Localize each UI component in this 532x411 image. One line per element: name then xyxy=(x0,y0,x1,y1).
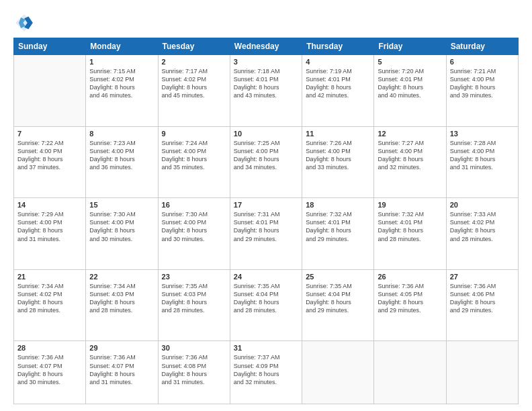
day-number: 5 xyxy=(378,58,442,66)
calendar-cell: 2Sunrise: 7:17 AM Sunset: 4:02 PM Daylig… xyxy=(158,55,230,127)
weekday-header-sunday: Sunday xyxy=(14,38,86,55)
week-row-3: 14Sunrise: 7:29 AM Sunset: 4:00 PM Dayli… xyxy=(14,198,519,270)
day-info: Sunrise: 7:17 AM Sunset: 4:02 PM Dayligh… xyxy=(162,67,226,100)
weekday-header-thursday: Thursday xyxy=(302,38,374,55)
calendar-cell: 24Sunrise: 7:35 AM Sunset: 4:04 PM Dayli… xyxy=(230,269,302,341)
calendar-cell: 20Sunrise: 7:33 AM Sunset: 4:02 PM Dayli… xyxy=(446,198,518,270)
day-info: Sunrise: 7:36 AM Sunset: 4:08 PM Dayligh… xyxy=(162,353,226,386)
day-info: Sunrise: 7:35 AM Sunset: 4:04 PM Dayligh… xyxy=(234,282,298,315)
day-number: 1 xyxy=(89,58,154,66)
day-number: 28 xyxy=(17,344,82,352)
calendar-cell: 17Sunrise: 7:31 AM Sunset: 4:01 PM Dayli… xyxy=(230,198,302,270)
day-number: 13 xyxy=(450,130,515,138)
day-info: Sunrise: 7:37 AM Sunset: 4:09 PM Dayligh… xyxy=(234,353,298,386)
day-number: 14 xyxy=(17,201,82,209)
calendar-cell xyxy=(14,55,86,127)
day-info: Sunrise: 7:15 AM Sunset: 4:02 PM Dayligh… xyxy=(89,67,154,100)
calendar-cell: 13Sunrise: 7:28 AM Sunset: 4:00 PM Dayli… xyxy=(446,126,518,198)
day-number: 22 xyxy=(89,273,154,281)
day-info: Sunrise: 7:35 AM Sunset: 4:04 PM Dayligh… xyxy=(306,282,370,315)
day-info: Sunrise: 7:27 AM Sunset: 4:00 PM Dayligh… xyxy=(378,139,442,172)
day-number: 12 xyxy=(378,130,442,138)
day-number: 23 xyxy=(162,273,226,281)
day-number: 10 xyxy=(234,130,298,138)
day-info: Sunrise: 7:20 AM Sunset: 4:01 PM Dayligh… xyxy=(378,67,442,100)
calendar-cell: 5Sunrise: 7:20 AM Sunset: 4:01 PM Daylig… xyxy=(374,55,446,127)
calendar-cell: 30Sunrise: 7:36 AM Sunset: 4:08 PM Dayli… xyxy=(158,341,230,404)
calendar-cell: 18Sunrise: 7:32 AM Sunset: 4:01 PM Dayli… xyxy=(302,198,374,270)
logo-icon xyxy=(13,12,35,34)
calendar-cell: 26Sunrise: 7:36 AM Sunset: 4:05 PM Dayli… xyxy=(374,269,446,341)
weekday-header-monday: Monday xyxy=(86,38,158,55)
day-number: 31 xyxy=(234,344,298,352)
day-info: Sunrise: 7:36 AM Sunset: 4:07 PM Dayligh… xyxy=(89,353,154,386)
day-info: Sunrise: 7:28 AM Sunset: 4:00 PM Dayligh… xyxy=(450,139,515,172)
day-info: Sunrise: 7:19 AM Sunset: 4:01 PM Dayligh… xyxy=(306,67,370,100)
day-number: 27 xyxy=(450,273,515,281)
day-number: 11 xyxy=(306,130,370,138)
calendar-cell xyxy=(446,341,518,404)
day-info: Sunrise: 7:30 AM Sunset: 4:00 PM Dayligh… xyxy=(162,210,226,243)
day-number: 30 xyxy=(162,344,226,352)
day-number: 25 xyxy=(306,273,370,281)
logo xyxy=(13,12,38,34)
calendar-cell: 16Sunrise: 7:30 AM Sunset: 4:00 PM Dayli… xyxy=(158,198,230,270)
day-number: 19 xyxy=(378,201,442,209)
day-number: 7 xyxy=(17,130,82,138)
day-info: Sunrise: 7:36 AM Sunset: 4:07 PM Dayligh… xyxy=(17,353,82,386)
day-number: 6 xyxy=(450,58,515,66)
weekday-header-row: SundayMondayTuesdayWednesdayThursdayFrid… xyxy=(14,38,519,55)
day-info: Sunrise: 7:23 AM Sunset: 4:00 PM Dayligh… xyxy=(89,139,154,172)
day-number: 24 xyxy=(234,273,298,281)
day-info: Sunrise: 7:36 AM Sunset: 4:05 PM Dayligh… xyxy=(378,282,442,315)
calendar-cell: 4Sunrise: 7:19 AM Sunset: 4:01 PM Daylig… xyxy=(302,55,374,127)
calendar-cell: 21Sunrise: 7:34 AM Sunset: 4:02 PM Dayli… xyxy=(14,269,86,341)
day-info: Sunrise: 7:25 AM Sunset: 4:00 PM Dayligh… xyxy=(234,139,298,172)
day-number: 8 xyxy=(89,130,154,138)
day-number: 16 xyxy=(162,201,226,209)
calendar-cell: 1Sunrise: 7:15 AM Sunset: 4:02 PM Daylig… xyxy=(86,55,158,127)
calendar-cell xyxy=(374,341,446,404)
day-info: Sunrise: 7:32 AM Sunset: 4:01 PM Dayligh… xyxy=(306,210,370,243)
day-info: Sunrise: 7:36 AM Sunset: 4:06 PM Dayligh… xyxy=(450,282,515,315)
day-info: Sunrise: 7:24 AM Sunset: 4:00 PM Dayligh… xyxy=(162,139,226,172)
day-number: 26 xyxy=(378,273,442,281)
calendar-cell: 14Sunrise: 7:29 AM Sunset: 4:00 PM Dayli… xyxy=(14,198,86,270)
day-number: 21 xyxy=(17,273,82,281)
week-row-5: 28Sunrise: 7:36 AM Sunset: 4:07 PM Dayli… xyxy=(14,341,519,404)
day-number: 18 xyxy=(306,201,370,209)
calendar-cell: 9Sunrise: 7:24 AM Sunset: 4:00 PM Daylig… xyxy=(158,126,230,198)
week-row-2: 7Sunrise: 7:22 AM Sunset: 4:00 PM Daylig… xyxy=(14,126,519,198)
calendar-cell: 27Sunrise: 7:36 AM Sunset: 4:06 PM Dayli… xyxy=(446,269,518,341)
day-info: Sunrise: 7:21 AM Sunset: 4:00 PM Dayligh… xyxy=(450,67,515,100)
calendar-cell: 28Sunrise: 7:36 AM Sunset: 4:07 PM Dayli… xyxy=(14,341,86,404)
weekday-header-saturday: Saturday xyxy=(446,38,518,55)
calendar-cell: 15Sunrise: 7:30 AM Sunset: 4:00 PM Dayli… xyxy=(86,198,158,270)
day-info: Sunrise: 7:18 AM Sunset: 4:01 PM Dayligh… xyxy=(234,67,298,100)
day-number: 4 xyxy=(306,58,370,66)
calendar-cell: 11Sunrise: 7:26 AM Sunset: 4:00 PM Dayli… xyxy=(302,126,374,198)
day-number: 3 xyxy=(234,58,298,66)
day-info: Sunrise: 7:31 AM Sunset: 4:01 PM Dayligh… xyxy=(234,210,298,243)
week-row-1: 1Sunrise: 7:15 AM Sunset: 4:02 PM Daylig… xyxy=(14,55,519,127)
calendar-cell: 19Sunrise: 7:32 AM Sunset: 4:01 PM Dayli… xyxy=(374,198,446,270)
calendar-cell: 10Sunrise: 7:25 AM Sunset: 4:00 PM Dayli… xyxy=(230,126,302,198)
calendar-cell: 12Sunrise: 7:27 AM Sunset: 4:00 PM Dayli… xyxy=(374,126,446,198)
day-number: 20 xyxy=(450,201,515,209)
calendar-cell: 23Sunrise: 7:35 AM Sunset: 4:03 PM Dayli… xyxy=(158,269,230,341)
calendar-cell: 6Sunrise: 7:21 AM Sunset: 4:00 PM Daylig… xyxy=(446,55,518,127)
calendar-cell: 3Sunrise: 7:18 AM Sunset: 4:01 PM Daylig… xyxy=(230,55,302,127)
day-info: Sunrise: 7:26 AM Sunset: 4:00 PM Dayligh… xyxy=(306,139,370,172)
week-row-4: 21Sunrise: 7:34 AM Sunset: 4:02 PM Dayli… xyxy=(14,269,519,341)
day-number: 2 xyxy=(162,58,226,66)
day-info: Sunrise: 7:35 AM Sunset: 4:03 PM Dayligh… xyxy=(162,282,226,315)
day-number: 29 xyxy=(89,344,154,352)
day-info: Sunrise: 7:34 AM Sunset: 4:03 PM Dayligh… xyxy=(89,282,154,315)
weekday-header-friday: Friday xyxy=(374,38,446,55)
day-info: Sunrise: 7:32 AM Sunset: 4:01 PM Dayligh… xyxy=(378,210,442,243)
calendar-cell: 29Sunrise: 7:36 AM Sunset: 4:07 PM Dayli… xyxy=(86,341,158,404)
page: SundayMondayTuesdayWednesdayThursdayFrid… xyxy=(0,0,532,411)
day-number: 15 xyxy=(89,201,154,209)
day-number: 17 xyxy=(234,201,298,209)
day-info: Sunrise: 7:30 AM Sunset: 4:00 PM Dayligh… xyxy=(89,210,154,243)
